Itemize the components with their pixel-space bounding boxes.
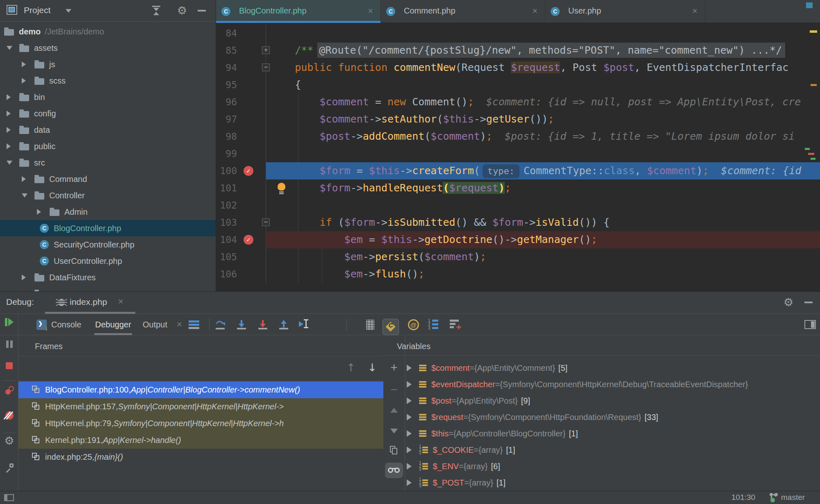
code-text[interactable]: [266, 197, 820, 214]
gear-icon[interactable]: ⚙: [177, 5, 187, 16]
layout-settings-icon[interactable]: [804, 314, 816, 335]
variable-row[interactable]: 123$_COOKIE = {array}[1]: [405, 442, 820, 458]
frame-row[interactable]: BlogController.php:100, App|Controller|B…: [18, 381, 383, 398]
step-out-icon[interactable]: [278, 314, 289, 335]
chevron-right-icon[interactable]: [19, 275, 34, 280]
editor-tab[interactable]: CComment.php×: [381, 0, 545, 23]
chevron-down-icon[interactable]: [4, 161, 19, 165]
code-line[interactable]: 85+ /**@Route("/comment/{postSlug}/new",…: [216, 42, 820, 59]
remove-watch-minus-icon[interactable]: −: [383, 383, 405, 397]
code-text[interactable]: $em->flush();: [266, 266, 820, 283]
gutter-cell[interactable]: ✓: [237, 231, 266, 248]
view-breakpoints-icon[interactable]: [0, 386, 18, 395]
tree-item-folder[interactable]: [0, 286, 216, 291]
chevron-right-icon[interactable]: [4, 94, 19, 100]
debugger-settings-gear-icon[interactable]: ⚙: [0, 435, 18, 446]
tree-item-folder[interactable]: Command: [0, 171, 216, 187]
step-over-icon[interactable]: [215, 314, 226, 335]
variable-row[interactable]: $comment = {App\Entity\Comment}[5]: [405, 360, 820, 376]
code-text[interactable]: /**@Route("/comment/{postSlug}/new", met…: [266, 42, 820, 59]
move-down-icon[interactable]: [383, 429, 405, 434]
frame-down-icon[interactable]: ↓: [368, 361, 377, 374]
tree-item-folder[interactable]: config: [0, 105, 216, 122]
tree-item-folder[interactable]: DataFixtures: [0, 269, 216, 286]
step-into-icon[interactable]: [236, 314, 247, 335]
hide-panel-icon[interactable]: [804, 302, 813, 303]
chevron-right-icon[interactable]: [407, 414, 412, 420]
tab-output[interactable]: Output: [143, 314, 167, 335]
code-line[interactable]: 97 $comment->setAuthor($this->getUser())…: [216, 111, 820, 128]
editor-tab[interactable]: CUser.php×: [545, 0, 705, 23]
code-line[interactable]: 99: [216, 145, 820, 162]
tree-item-folder[interactable]: assets: [0, 40, 216, 56]
breakpoint-icon[interactable]: ✓: [244, 166, 253, 176]
chevron-right-icon[interactable]: [19, 78, 34, 84]
tree-item-root[interactable]: demo/JetBrains/demo: [0, 23, 216, 40]
gutter-cell[interactable]: [237, 266, 266, 283]
code-line[interactable]: 104✓ $em = $this->getDoctrine()->getMana…: [216, 231, 820, 248]
variable-row[interactable]: 123$_ENV = {array}[6]: [405, 458, 820, 474]
tab-debugger[interactable]: Debugger: [95, 314, 131, 335]
editor-tab[interactable]: CBlogController.php×: [216, 0, 381, 23]
gutter-cell[interactable]: ✓: [237, 162, 266, 179]
code-line[interactable]: 98 $post->addComment($comment);$post: {i…: [216, 128, 820, 145]
mention-icon[interactable]: @: [408, 314, 419, 335]
variable-row[interactable]: $this = {App\Controller\BlogController}[…: [405, 425, 820, 442]
git-branch-icon[interactable]: [769, 493, 779, 502]
frame-row[interactable]: HttpKernel.php:157, Symfony|Component|Ht…: [18, 398, 383, 415]
code-text[interactable]: public function commentNew(Request $requ…: [266, 59, 820, 76]
scrollbar-mark-red[interactable]: [808, 153, 814, 155]
code-line[interactable]: 101 $form->handleRequest($request);: [216, 179, 820, 197]
chevron-right-icon[interactable]: [407, 397, 412, 404]
pause-icon[interactable]: [0, 341, 18, 350]
code-text[interactable]: $comment->setAuthor($this->getUser());: [266, 111, 820, 128]
scrollbar-mark-yellow[interactable]: [810, 30, 817, 33]
chevron-right-icon[interactable]: [34, 209, 50, 215]
git-branch-name[interactable]: master: [781, 493, 805, 502]
tree-item-file[interactable]: CSecurityController.php: [0, 236, 216, 253]
chevron-down-icon[interactable]: [66, 9, 71, 13]
gutter-cell[interactable]: [237, 248, 266, 266]
php-console-icon[interactable]: C: [383, 316, 399, 338]
code-line[interactable]: 103− if ($form->isSubmitted() && $form->…: [216, 214, 820, 231]
code-text[interactable]: $form->handleRequest($request);: [266, 179, 820, 197]
close-icon[interactable]: ×: [368, 6, 373, 16]
tree-item-file[interactable]: CUserController.php: [0, 253, 216, 269]
chevron-right-icon[interactable]: [407, 365, 412, 371]
gutter-cell[interactable]: [237, 145, 266, 162]
force-step-into-icon[interactable]: [257, 314, 268, 335]
chevron-right-icon[interactable]: [407, 479, 412, 486]
frame-row[interactable]: index.php:25, {main}(): [18, 449, 383, 465]
frame-row[interactable]: HttpKernel.php:79, Symfony|Component|Htt…: [18, 415, 383, 432]
code-line[interactable]: 106 $em->flush();: [216, 266, 820, 283]
console-tab-icon[interactable]: ❯ ↓: [36, 314, 47, 335]
scrollbar-mark-green[interactable]: [805, 148, 810, 150]
breakpoint-icon[interactable]: ✓: [244, 235, 253, 245]
chevron-right-icon[interactable]: [4, 127, 19, 133]
chevron-right-icon[interactable]: [4, 111, 19, 116]
gear-icon[interactable]: ⚙: [784, 297, 793, 308]
toolwindow-toggle-icon[interactable]: [4, 494, 14, 501]
tree-item-folder[interactable]: bin: [0, 89, 216, 105]
code-text[interactable]: $form = $this->createForm(type:CommentTy…: [266, 162, 820, 179]
code-line[interactable]: 105 $em->persist($comment);: [216, 248, 820, 266]
chevron-right-icon[interactable]: [407, 447, 412, 453]
code-editor[interactable]: 8485+ /**@Route("/comment/{postSlug}/new…: [216, 23, 820, 291]
code-text[interactable]: {: [266, 76, 820, 93]
close-icon[interactable]: ×: [177, 314, 182, 335]
code-text[interactable]: $em->persist($comment);: [266, 248, 820, 266]
move-up-icon[interactable]: [383, 408, 405, 413]
chevron-right-icon[interactable]: [407, 381, 412, 388]
fold-expand-icon[interactable]: +: [262, 46, 270, 54]
chevron-right-icon[interactable]: [4, 143, 19, 149]
gutter-cell[interactable]: [237, 179, 266, 197]
tab-console[interactable]: Console: [51, 314, 81, 335]
pin-icon[interactable]: [0, 463, 18, 472]
code-text[interactable]: $comment = new Comment();$comment: {id =…: [266, 93, 820, 111]
tree-item-folder[interactable]: Controller: [0, 187, 216, 204]
gutter-cell[interactable]: [237, 197, 266, 214]
gutter-cell[interactable]: [237, 128, 266, 145]
tree-item-folder[interactable]: js: [0, 56, 216, 73]
intention-bulb-icon[interactable]: [278, 183, 285, 191]
watches-glasses-icon[interactable]: [383, 463, 405, 478]
